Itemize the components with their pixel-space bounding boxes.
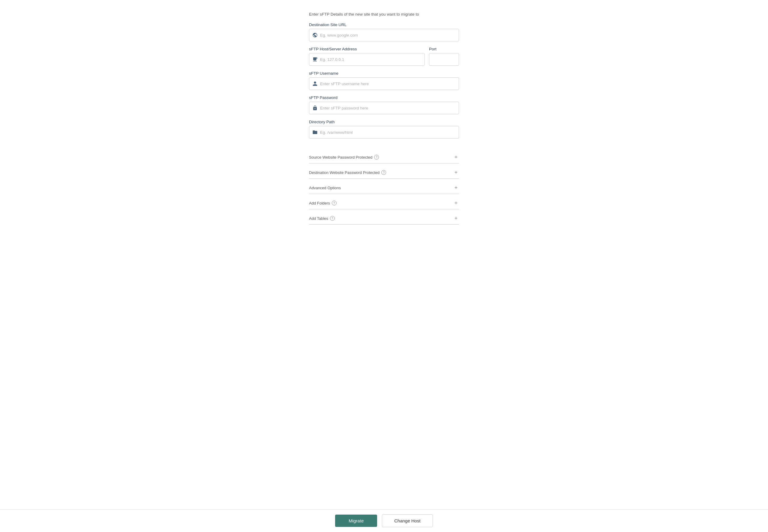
- accordion-toggle-advanced-options[interactable]: +: [453, 185, 459, 191]
- destination-url-label: Destination Site URL: [309, 22, 459, 27]
- port-group: Port: [429, 47, 459, 66]
- accordion-add-tables: Add Tables ? +: [309, 211, 459, 225]
- accordion-advanced-options: Advanced Options +: [309, 181, 459, 194]
- sftp-host-label: sFTP Host/Server Address: [309, 47, 425, 51]
- sftp-password-input[interactable]: [320, 106, 456, 110]
- user-icon: [312, 81, 318, 86]
- accordion-row-add-tables[interactable]: Add Tables ? +: [309, 211, 459, 224]
- destination-url-input[interactable]: [320, 33, 456, 37]
- sftp-host-input[interactable]: [320, 57, 422, 62]
- accordion-label-source-password: Source Website Password Protected: [309, 155, 372, 160]
- globe-icon: [312, 32, 318, 38]
- sftp-username-input[interactable]: [320, 82, 456, 86]
- accordion-toggle-destination-password[interactable]: +: [453, 169, 459, 175]
- directory-path-label: Directory Path: [309, 120, 459, 124]
- accordion-row-destination-password[interactable]: Destination Website Password Protected ?…: [309, 165, 459, 178]
- destination-url-group: Destination Site URL: [309, 22, 459, 41]
- accordion-label-add-tables: Add Tables: [309, 216, 328, 221]
- footer-bar: Migrate Change Host: [0, 509, 768, 532]
- accordion-label-group-source-password: Source Website Password Protected ?: [309, 155, 379, 160]
- accordion-label-add-folders: Add Folders: [309, 201, 330, 205]
- folder-icon: [312, 130, 318, 135]
- help-icon-add-folders[interactable]: ?: [332, 201, 336, 205]
- accordion-divider-source-password: [309, 163, 459, 163]
- sftp-username-input-wrapper[interactable]: [309, 77, 459, 90]
- port-label: Port: [429, 47, 459, 51]
- directory-path-group: Directory Path: [309, 120, 459, 139]
- change-host-button[interactable]: Change Host: [382, 514, 433, 527]
- directory-path-input[interactable]: [320, 130, 456, 135]
- migrate-button[interactable]: Migrate: [335, 515, 377, 527]
- accordion-toggle-add-folders[interactable]: +: [453, 200, 459, 206]
- accordion-label-group-advanced-options: Advanced Options: [309, 186, 341, 190]
- accordion-label-group-destination-password: Destination Website Password Protected ?: [309, 170, 386, 175]
- accordion-label-group-add-tables: Add Tables ?: [309, 216, 335, 221]
- sftp-username-group: sFTP Username: [309, 71, 459, 90]
- spacer: [309, 144, 459, 150]
- sftp-host-port-row: sFTP Host/Server Address Port: [309, 47, 459, 71]
- accordion-add-folders: Add Folders ? +: [309, 196, 459, 209]
- sftp-password-input-wrapper[interactable]: [309, 102, 459, 114]
- sftp-password-group: sFTP Password: [309, 95, 459, 114]
- sftp-host-input-wrapper[interactable]: [309, 53, 425, 66]
- server-icon: [312, 57, 318, 62]
- page-wrapper: Enter sFTP Details of the new site that …: [0, 0, 768, 532]
- accordion-divider-add-tables: [309, 224, 459, 225]
- accordion-divider-add-folders: [309, 209, 459, 209]
- help-icon-destination-password[interactable]: ?: [381, 170, 386, 175]
- sftp-host-group: sFTP Host/Server Address: [309, 47, 425, 66]
- destination-url-input-wrapper[interactable]: [309, 29, 459, 41]
- accordion-row-advanced-options[interactable]: Advanced Options +: [309, 181, 459, 194]
- intro-text: Enter sFTP Details of the new site that …: [309, 12, 459, 16]
- directory-path-input-wrapper[interactable]: [309, 126, 459, 139]
- accordion-label-advanced-options: Advanced Options: [309, 186, 341, 190]
- accordion-toggle-add-tables[interactable]: +: [453, 215, 459, 221]
- accordions-container: Source Website Password Protected ? + De…: [309, 150, 459, 225]
- accordion-label-destination-password: Destination Website Password Protected: [309, 170, 379, 175]
- help-icon-source-password[interactable]: ?: [374, 155, 379, 160]
- port-input[interactable]: [429, 53, 459, 66]
- accordion-divider-destination-password: [309, 178, 459, 179]
- content-area: Enter sFTP Details of the new site that …: [0, 0, 768, 532]
- accordion-row-source-password[interactable]: Source Website Password Protected ? +: [309, 150, 459, 163]
- help-icon-add-tables[interactable]: ?: [330, 216, 335, 221]
- lock-icon: [312, 105, 318, 111]
- sftp-username-label: sFTP Username: [309, 71, 459, 76]
- accordion-toggle-source-password[interactable]: +: [453, 154, 459, 160]
- accordion-destination-password: Destination Website Password Protected ?…: [309, 165, 459, 179]
- sftp-password-label: sFTP Password: [309, 95, 459, 100]
- accordion-label-group-add-folders: Add Folders ?: [309, 201, 336, 205]
- accordion-divider-advanced-options: [309, 194, 459, 194]
- accordion-row-add-folders[interactable]: Add Folders ? +: [309, 196, 459, 209]
- form-container: Enter sFTP Details of the new site that …: [309, 6, 459, 508]
- accordion-source-password: Source Website Password Protected ? +: [309, 150, 459, 163]
